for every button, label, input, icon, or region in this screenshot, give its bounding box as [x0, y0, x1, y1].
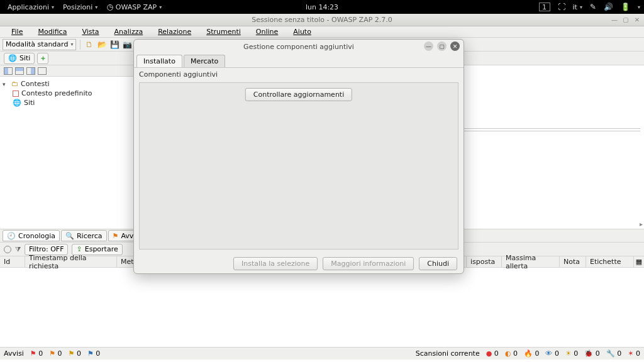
window-minimize[interactable]: — [610, 15, 619, 24]
window-titlebar: Sessione senza titolo - OWASP ZAP 2.7.0 … [0, 14, 644, 26]
dialog-title: Gestione componenti aggiuntivi [243, 43, 354, 51]
menu-report[interactable]: Relazione [150, 26, 199, 37]
panel-applications[interactable]: Applicazioni▾ [4, 3, 58, 11]
window-maximize[interactable]: ▢ [621, 15, 630, 24]
menu-edit[interactable]: Modifica [30, 26, 74, 37]
volume-icon[interactable]: 🔊 [604, 3, 613, 11]
tree-sites[interactable]: 🌐Siti [1, 98, 134, 107]
status-alerts-label: Avvisi [4, 349, 24, 358]
tree-default-context[interactable]: Contesto predefinito [1, 89, 134, 98]
col-id[interactable]: Id [0, 256, 25, 267]
col-max-alert[interactable]: Massima allerta [502, 256, 560, 267]
save-icon[interactable]: 💾 [109, 40, 119, 50]
menu-online[interactable]: Online [248, 26, 286, 37]
scope-toggle[interactable] [4, 246, 11, 253]
workspace-switcher[interactable]: 1 [539, 3, 550, 11]
flag-icon: ⚑ [49, 349, 55, 358]
scan-indicator[interactable]: ◐ 0 [505, 349, 518, 358]
panel-running-app[interactable]: ◷OWASP ZAP▾ [103, 3, 165, 11]
accessibility-icon[interactable]: ✎ [590, 3, 596, 11]
collapse-icon: ▾ [3, 81, 9, 87]
dialog-close[interactable]: ✕ [450, 41, 460, 51]
dialog-titlebar[interactable]: Gestione componenti aggiuntivi — ▢ ✕ [134, 40, 464, 53]
tab-marketplace[interactable]: Mercato [184, 55, 225, 67]
dialog-maximize[interactable]: ▢ [437, 41, 447, 51]
scan-indicator[interactable]: ● 0 [486, 349, 499, 358]
flag-icon: ⚑ [30, 349, 36, 358]
app-name: OWASP ZAP [116, 3, 157, 11]
col-timestamp[interactable]: Timestamp della richiesta [25, 256, 117, 267]
context-icon [13, 90, 19, 97]
globe-icon: 🌐 [8, 54, 17, 62]
folder-icon: 🗀 [11, 80, 18, 88]
zap-icon: ◷ [106, 3, 113, 11]
layout-full-icon[interactable] [38, 67, 47, 75]
scroll-right-icon[interactable]: ▸ [640, 221, 643, 228]
addons-dialog: Gestione componenti aggiuntivi — ▢ ✕ Ins… [133, 39, 464, 274]
addons-list-area: Controllare aggiornamenti [139, 82, 458, 250]
close-button[interactable]: Chiudi [419, 257, 457, 270]
new-session-icon[interactable]: 🗋 [84, 40, 94, 50]
open-icon[interactable]: 📂 [97, 40, 107, 50]
scan-indicator[interactable]: ✶ 0 [628, 349, 640, 358]
layout-top-icon[interactable] [15, 67, 24, 75]
tab-installed[interactable]: Installato [136, 55, 182, 67]
globe-icon: 🌐 [13, 99, 21, 107]
alert-info[interactable]: ⚑ 0 [87, 349, 100, 358]
apps-label: Applicazioni [8, 3, 49, 11]
history-grid-body[interactable] [0, 268, 644, 347]
layout-right-icon[interactable] [26, 67, 35, 75]
menu-view[interactable]: Vista [74, 26, 106, 37]
install-selection-button: Installa la selezione [233, 257, 318, 270]
scan-indicator[interactable]: 👁 0 [545, 349, 559, 358]
scan-indicator[interactable]: ☀ 0 [565, 349, 578, 358]
alert-low[interactable]: ⚑ 0 [69, 349, 81, 358]
col-tags[interactable]: Etichette [586, 256, 634, 267]
chevron-down-icon: ▾ [95, 4, 97, 10]
menu-file[interactable]: File [4, 26, 30, 37]
scan-indicator[interactable]: 🔧 0 [606, 349, 622, 358]
panel-places[interactable]: Posizioni▾ [59, 3, 101, 11]
addons-section-label: Componenti aggiuntivi [134, 68, 464, 81]
col-response[interactable]: isposta [467, 256, 502, 267]
mode-combo[interactable]: Modalità standard▾ [3, 39, 76, 50]
layout-left-icon[interactable] [4, 67, 13, 75]
dialog-minimize[interactable]: — [424, 41, 433, 51]
chevron-down-icon: ▾ [159, 4, 162, 10]
col-config-icon[interactable]: ▦ [634, 256, 644, 267]
snapshot-icon[interactable]: 📷 [122, 40, 132, 50]
keyboard-layout[interactable]: it▾ [573, 3, 582, 11]
more-info-button: Maggiori informazioni [323, 257, 414, 270]
funnel-icon[interactable]: ⧩ [15, 245, 21, 253]
menubar: File Modifica Vista Analizza Relazione S… [0, 26, 644, 38]
menu-help[interactable]: Aiuto [286, 26, 319, 37]
alert-high[interactable]: ⚑ 0 [30, 349, 43, 358]
scan-indicator[interactable]: 🐞 0 [584, 349, 600, 358]
tab-search[interactable]: 🔍Ricerca [61, 230, 107, 241]
window-close[interactable]: ✕ [633, 15, 641, 24]
export-icon: ⇪ [76, 245, 82, 253]
chevron-down-icon: ▾ [52, 4, 54, 10]
battery-icon[interactable]: 🔋 [621, 3, 630, 11]
menu-tools[interactable]: Strumenti [199, 26, 248, 37]
panel-clock[interactable]: lun 14:23 [306, 3, 338, 11]
sites-tab[interactable]: 🌐Siti [4, 53, 35, 64]
places-label: Posizioni [63, 3, 92, 11]
record-icon[interactable]: ⛶ [558, 3, 565, 11]
search-icon: 🔍 [65, 232, 74, 240]
chevron-down-icon: ▾ [638, 4, 640, 10]
menu-analyze[interactable]: Analizza [107, 26, 151, 37]
col-note[interactable]: Nota [560, 256, 586, 267]
window-title: Sessione senza titolo - OWASP ZAP 2.7.0 [252, 16, 392, 24]
flag-icon: ⚑ [113, 232, 119, 240]
site-tree[interactable]: ▾🗀Contesti Contesto predefinito 🌐Siti [0, 77, 135, 110]
scan-indicator[interactable]: 🔥 0 [524, 349, 540, 358]
chevron-down-icon: ▾ [580, 4, 582, 10]
alert-medium[interactable]: ⚑ 0 [49, 349, 62, 358]
tree-contexts[interactable]: ▾🗀Contesti [1, 79, 134, 89]
sidebar: ▾🗀Contesti Contesto predefinito 🌐Siti [0, 65, 136, 229]
tab-history[interactable]: 🕘Cronologia [3, 230, 60, 241]
add-tab-button[interactable]: ＋ [37, 53, 48, 64]
check-updates-button[interactable]: Controllare aggiornamenti [245, 88, 352, 101]
flag-icon: ⚑ [87, 349, 94, 358]
